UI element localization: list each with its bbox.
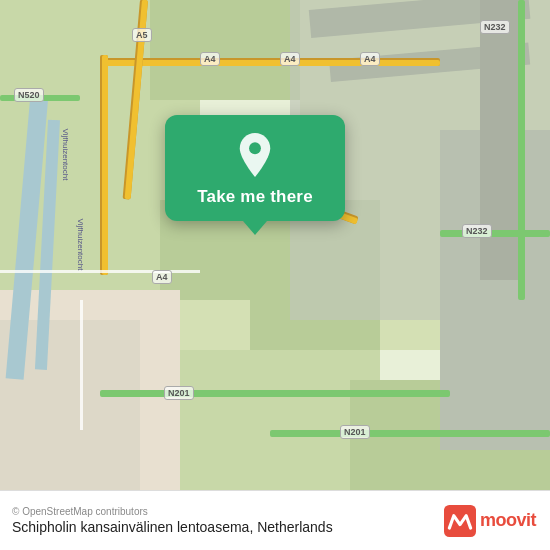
moovit-icon — [444, 505, 476, 537]
label-vijfhuizentocht: Vijfhuizentocht — [61, 129, 70, 181]
road-n232 — [440, 230, 550, 237]
label-a4: A4 — [200, 52, 220, 66]
label-a4: A4 — [152, 270, 172, 284]
road-n201 — [270, 430, 550, 437]
road-n232 — [518, 0, 525, 300]
bottom-bar: © OpenStreetMap contributors Schipholin … — [0, 490, 550, 550]
attribution: © OpenStreetMap contributors — [12, 506, 333, 517]
location-label: Schipholin kansainvälinen lentoasema, Ne… — [12, 519, 333, 535]
moovit-logo: moovit — [444, 505, 536, 537]
road-a4 — [100, 60, 440, 66]
popup-box: Take me there — [165, 115, 345, 221]
moovit-wordmark: moovit — [480, 510, 536, 531]
label-vijfhuizentocht: Vijfhuizentocht — [76, 219, 85, 271]
label-n232: N232 — [480, 20, 510, 34]
location-pin-icon — [233, 133, 277, 177]
label-n201: N201 — [340, 425, 370, 439]
label-a4: A4 — [280, 52, 300, 66]
label-a4: A4 — [360, 52, 380, 66]
svg-rect-1 — [444, 505, 476, 537]
label-n520: N520 — [14, 88, 44, 102]
bottom-info: © OpenStreetMap contributors Schipholin … — [12, 506, 333, 535]
popup-tail — [243, 221, 267, 235]
take-me-there-popup[interactable]: Take me there — [155, 115, 355, 235]
svg-point-0 — [249, 142, 261, 154]
runway-strip — [480, 0, 520, 280]
road-a4 — [102, 55, 108, 275]
label-n201: N201 — [164, 386, 194, 400]
label-n232: N232 — [462, 224, 492, 238]
map: A4 A4 A4 A4 A5 N201 N201 N232 N232 N520 … — [0, 0, 550, 490]
take-me-there-label[interactable]: Take me there — [197, 187, 313, 207]
label-a5: A5 — [132, 28, 152, 42]
minor-road — [80, 300, 83, 430]
road-n201 — [100, 390, 450, 397]
